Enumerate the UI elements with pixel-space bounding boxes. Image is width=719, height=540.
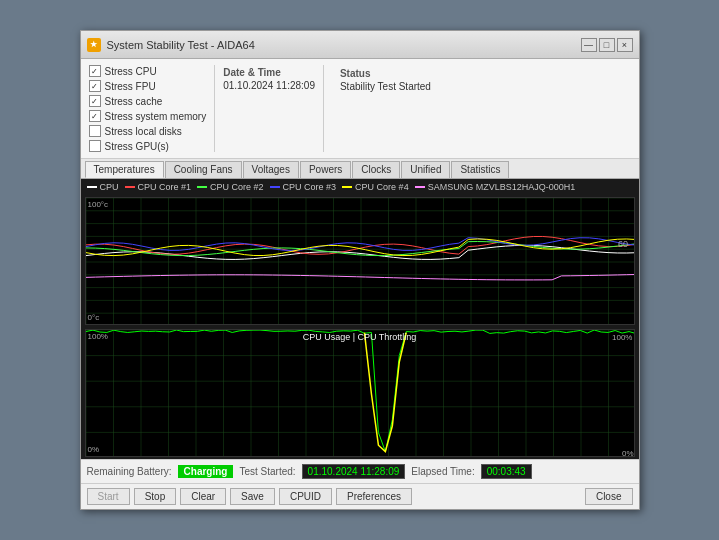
charging-badge: Charging [178,465,234,478]
tab-powers[interactable]: Powers [300,161,351,178]
stress-cpu-checkbox[interactable] [89,65,101,77]
elapsed-label: Elapsed Time: [411,466,474,477]
stress-cache-checkbox[interactable] [89,95,101,107]
temp-y-bottom: 0°c [88,313,109,322]
stress-memory-row[interactable]: Stress system memory [89,110,207,122]
stress-options: Stress CPU Stress FPU Stress cache Stres… [89,65,207,152]
stress-gpu-row[interactable]: Stress GPU(s) [89,140,207,152]
usage-title: CPU Usage | CPU Throttling [303,332,417,342]
cpuid-button[interactable]: CPUID [279,488,332,505]
stress-cache-label: Stress cache [105,96,163,107]
legend-core4-label: CPU Core #4 [355,182,409,192]
datetime-label: Date & Time [223,67,315,78]
stress-fpu-checkbox[interactable] [89,80,101,92]
usage-graph: CPU Usage | CPU Throttling 100% 0% [85,329,635,457]
window-title: System Stability Test - AIDA64 [107,39,575,51]
stress-fpu-row[interactable]: Stress FPU [89,80,207,92]
graphs-area: CPU CPU Core #1 CPU Core #2 CPU Core #3 … [81,179,639,459]
close-button[interactable]: × [617,38,633,52]
legend-cpu: CPU [87,182,119,192]
tab-statistics[interactable]: Statistics [451,161,509,178]
tab-cooling-fans[interactable]: Cooling Fans [165,161,242,178]
stress-cpu-row[interactable]: Stress CPU [89,65,207,77]
temp-canvas [86,198,635,325]
tab-clocks[interactable]: Clocks [352,161,400,178]
tab-voltages[interactable]: Voltages [243,161,299,178]
save-button[interactable]: Save [230,488,275,505]
tab-temperatures[interactable]: Temperatures [85,161,164,178]
main-window: ★ System Stability Test - AIDA64 — □ × S… [80,30,640,510]
legend-core4: CPU Core #4 [342,182,409,192]
legend-samsung-label: SAMSUNG MZVLBS12HAJQ-000H1 [428,182,576,192]
stress-fpu-label: Stress FPU [105,81,156,92]
bottom-info-bar: Remaining Battery: Charging Test Started… [81,459,639,483]
stress-disks-row[interactable]: Stress local disks [89,125,207,137]
tab-unified[interactable]: Unified [401,161,450,178]
legend-samsung-dot [415,186,425,188]
status-label: Status [340,68,371,79]
preferences-button[interactable]: Preferences [336,488,412,505]
stress-gpu-checkbox[interactable] [89,140,101,152]
legend-core2-dot [197,186,207,188]
stress-memory-checkbox[interactable] [89,110,101,122]
stress-disks-label: Stress local disks [105,126,182,137]
title-bar: ★ System Stability Test - AIDA64 — □ × [81,31,639,59]
usage-y-top: 100% [88,332,108,341]
legend-core3: CPU Core #3 [270,182,337,192]
status-panel: Status Stability Test Started [332,65,631,152]
temp-y-top: 100°c [88,200,109,209]
stress-memory-label: Stress system memory [105,111,207,122]
tab-bar: Temperatures Cooling Fans Voltages Power… [81,159,639,179]
datetime-value: 01.10.2024 11:28:09 [223,80,315,91]
datetime-panel: Date & Time 01.10.2024 11:28:09 [214,65,324,152]
legend-core1-dot [125,186,135,188]
stress-cpu-label: Stress CPU [105,66,157,77]
legend-cpu-dot [87,186,97,188]
buttons-bar: Start Stop Clear Save CPUID Preferences … [81,483,639,509]
legend-core3-dot [270,186,280,188]
usage-y-axis: 100% 0% [88,330,108,456]
start-button[interactable]: Start [87,488,130,505]
stress-cache-row[interactable]: Stress cache [89,95,207,107]
usage-canvas [86,330,635,457]
stress-gpu-label: Stress GPU(s) [105,141,169,152]
options-panel: Stress CPU Stress FPU Stress cache Stres… [81,59,639,159]
status-value: Stability Test Started [340,81,623,92]
maximize-button[interactable]: □ [599,38,615,52]
stress-disks-checkbox[interactable] [89,125,101,137]
app-icon: ★ [87,38,101,52]
legend-core1: CPU Core #1 [125,182,192,192]
legend-core1-label: CPU Core #1 [138,182,192,192]
clear-button[interactable]: Clear [180,488,226,505]
content-area: Stress CPU Stress FPU Stress cache Stres… [81,59,639,509]
legend-core2: CPU Core #2 [197,182,264,192]
elapsed-value: 00:03:43 [481,464,532,479]
close-button[interactable]: Close [585,488,633,505]
legend-row: CPU CPU Core #1 CPU Core #2 CPU Core #3 … [81,179,639,195]
minimize-button[interactable]: — [581,38,597,52]
usage-y-bottom: 0% [88,445,108,454]
battery-label: Remaining Battery: [87,466,172,477]
test-started-value: 01.10.2024 11:28:09 [302,464,406,479]
legend-cpu-label: CPU [100,182,119,192]
legend-core3-label: CPU Core #3 [283,182,337,192]
legend-core2-label: CPU Core #2 [210,182,264,192]
temp-y-axis: 100°c 0°c [88,198,109,324]
stop-button[interactable]: Stop [134,488,177,505]
window-controls: — □ × [581,38,633,52]
legend-samsung: SAMSUNG MZVLBS12HAJQ-000H1 [415,182,576,192]
legend-core4-dot [342,186,352,188]
test-started-label: Test Started: [239,466,295,477]
temperature-graph: 100°c 0°c 11:26:09 [85,197,635,325]
